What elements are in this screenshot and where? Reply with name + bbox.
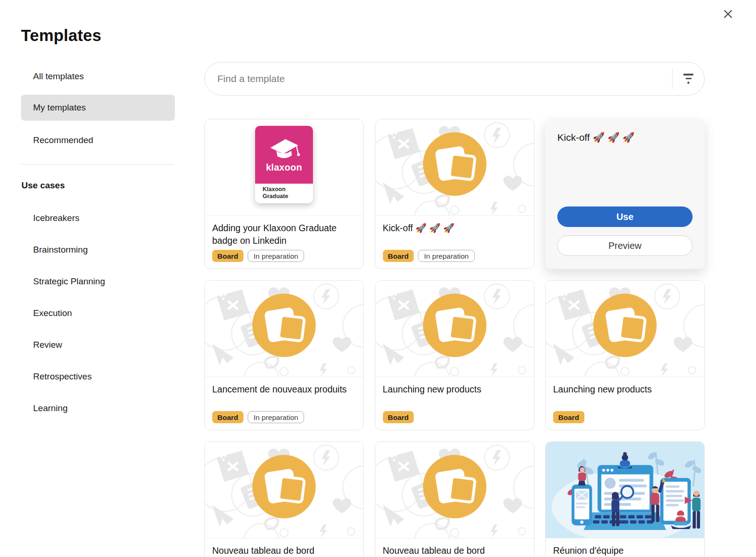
card-badges: BoardIn preparation	[212, 411, 356, 424]
card-badges: Board	[383, 411, 527, 424]
search-input[interactable]	[205, 62, 672, 95]
use-cases-heading: Use cases	[21, 179, 175, 192]
card-image	[375, 442, 534, 538]
board-icon	[423, 294, 486, 357]
board-badge: Board	[383, 411, 414, 424]
sidebar-item-learning[interactable]: Learning	[21, 395, 175, 421]
card-title: Kick-off 🚀 🚀 🚀	[383, 222, 527, 234]
templates-modal: Templates All templatesMy templatesRecom…	[0, 0, 756, 557]
preview-button[interactable]: Preview	[557, 235, 693, 256]
board-icon	[593, 294, 657, 357]
card-image	[205, 281, 363, 377]
template-grid: klaxoon Klaxoon Graduate Adding your Kla…	[204, 119, 705, 557]
sidebar-item-recommended[interactable]: Recommended	[21, 127, 175, 153]
card-image	[375, 119, 534, 216]
badge-brand: klaxoon	[266, 162, 302, 173]
board-icon	[423, 132, 486, 196]
sidebar-item-my-templates[interactable]: My templates	[21, 95, 175, 121]
card-title: Kick-off 🚀 🚀 🚀	[557, 132, 693, 143]
board-icon	[423, 455, 486, 518]
close-button[interactable]	[720, 6, 736, 22]
sidebar-item-all-templates[interactable]: All templates	[21, 63, 175, 89]
card-image	[205, 442, 363, 538]
sidebar-item-retrospectives[interactable]: Retrospectives	[21, 364, 175, 390]
card-image: klaxoon Klaxoon Graduate	[205, 119, 363, 216]
template-card-kick-off[interactable]: Kick-off 🚀 🚀 🚀 BoardIn preparation	[375, 119, 534, 269]
card-image	[546, 281, 704, 377]
card-title: Adding your Klaxoon Graduate badge on Li…	[212, 222, 356, 247]
use-button[interactable]: Use	[557, 206, 693, 227]
use-cases-list: IcebreakersBrainstormingStrategic Planni…	[21, 205, 175, 421]
card-title: Réunion d'équipe	[553, 544, 697, 557]
sidebar-item-execution[interactable]: Execution	[21, 300, 175, 326]
sidebar-item-strategic-planning[interactable]: Strategic Planning	[21, 268, 175, 295]
close-icon	[722, 8, 734, 20]
search-bar	[204, 62, 705, 96]
meeting-illustration	[546, 442, 704, 538]
board-icon	[252, 455, 316, 518]
card-title: Nouveau tableau de bord	[383, 544, 527, 557]
sidebar-item-brainstorming[interactable]: Brainstorming	[21, 237, 175, 263]
board-badge: Board	[553, 411, 584, 424]
card-badges: BoardIn preparation	[212, 250, 356, 262]
template-card-launching-new-products[interactable]: Launching new products Board	[545, 280, 705, 430]
template-card-adding-your-klaxoon-graduate-badge-on-linkedin[interactable]: klaxoon Klaxoon Graduate Adding your Kla…	[204, 119, 364, 269]
template-card-r-union-d-quipe[interactable]: Réunion d'équipe	[545, 441, 705, 557]
klaxoon-graduate-badge: klaxoon Klaxoon Graduate	[255, 126, 313, 203]
sidebar-item-icebreakers[interactable]: Icebreakers	[21, 205, 175, 231]
card-title: Launching new products	[553, 383, 697, 396]
card-badges: BoardIn preparation	[383, 250, 527, 262]
card-image	[375, 281, 534, 377]
board-badge: Board	[212, 411, 243, 424]
status-badge: In preparation	[418, 250, 475, 262]
card-title: Launching new products	[383, 383, 527, 396]
graduation-cap-icon	[268, 137, 300, 161]
card-image	[546, 442, 704, 538]
card-title: Nouveau tableau de bord	[212, 544, 356, 557]
template-card-nouveau-tableau-de-bord[interactable]: Nouveau tableau de bord	[375, 441, 534, 557]
sidebar-item-review[interactable]: Review	[21, 332, 175, 358]
filter-icon	[683, 74, 694, 84]
board-icon	[252, 294, 316, 357]
sidebar-nav: All templatesMy templatesRecommended	[21, 63, 175, 153]
sidebar-divider	[21, 164, 173, 165]
badge-caption: Klaxoon Graduate	[255, 184, 300, 203]
board-badge: Board	[212, 250, 243, 262]
template-card-lancement-de-nouveaux-produits[interactable]: Lancement de nouveaux produits BoardIn p…	[204, 280, 364, 430]
board-badge: Board	[383, 250, 414, 262]
template-card-launching-new-products[interactable]: Launching new products Board	[375, 280, 534, 430]
status-badge: In preparation	[248, 250, 305, 262]
card-badges: Board	[553, 411, 697, 424]
template-card-nouveau-tableau-de-bord[interactable]: Nouveau tableau de bord	[204, 441, 364, 557]
status-badge: In preparation	[248, 411, 305, 424]
filter-button[interactable]	[673, 62, 704, 95]
page-title: Templates	[21, 26, 101, 45]
template-card-hovered-kick-off[interactable]: Kick-off 🚀 🚀 🚀 Use Preview	[545, 119, 705, 269]
card-title: Lancement de nouveaux produits	[212, 383, 356, 396]
sidebar: All templatesMy templatesRecommended Use…	[21, 63, 175, 427]
